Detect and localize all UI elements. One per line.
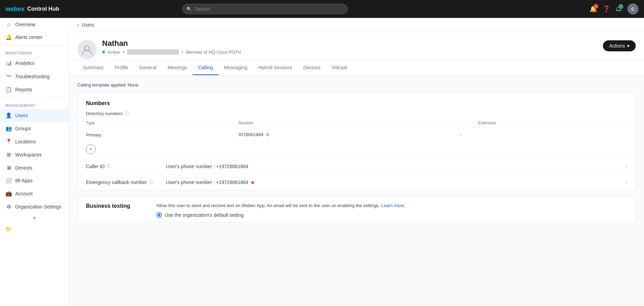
sidebar-item-workspaces[interactable]: ⊞ Workspaces xyxy=(0,148,69,161)
learn-more-link[interactable]: Learn more. xyxy=(381,203,406,208)
user-email-blurred xyxy=(127,49,179,55)
tab-devices[interactable]: Devices xyxy=(298,61,326,75)
sidebar-item-apps[interactable]: ⬜ 88 Apps xyxy=(0,174,69,187)
brand-logo: webex Control Hub xyxy=(6,6,59,13)
sidebar-label-org-settings: Organization Settings xyxy=(15,204,61,210)
caller-id-info-icon[interactable]: ⓘ xyxy=(107,163,111,169)
sidebar-item-analytics[interactable]: 📊 Analytics xyxy=(0,57,69,70)
main-content: ‹ Users Nathan Active • • Member of HQ xyxy=(69,18,644,306)
emergency-alert-dot xyxy=(251,181,254,184)
tab-meetings[interactable]: Meetings xyxy=(162,61,193,75)
actions-button[interactable]: Actions ▾ xyxy=(603,40,636,51)
tab-vidcast[interactable]: Vidcast xyxy=(326,61,353,75)
template-value: None xyxy=(128,82,138,88)
tab-hybrid-services[interactable]: Hybrid Services xyxy=(253,61,298,75)
svg-point-0 xyxy=(85,46,89,51)
tabs-bar: Summary Profile General Meetings Calling… xyxy=(69,61,644,75)
sidebar-item-extra[interactable]: 📁 xyxy=(0,223,69,236)
breadcrumb-label: Users xyxy=(82,22,95,28)
sidebar-label-groups: Groups xyxy=(15,126,31,131)
sidebar-label-workspaces: Workspaces xyxy=(15,152,42,157)
search-input[interactable] xyxy=(182,4,348,14)
sidebar-item-locations[interactable]: 📍 Locations xyxy=(0,135,69,148)
caller-id-row[interactable]: Caller ID ⓘ User's phone number : +19728… xyxy=(78,158,635,174)
apps-badge xyxy=(618,4,623,9)
webex-logo-text: webex xyxy=(6,6,25,13)
sidebar-label-devices: Devices xyxy=(15,165,32,171)
breadcrumb-bar: ‹ Users xyxy=(69,18,644,32)
sidebar-label-reports: Reports xyxy=(15,87,32,92)
add-number-icon: + xyxy=(89,146,92,152)
meta-separator-2: • xyxy=(182,50,183,55)
sidebar-item-org-settings[interactable]: ⚙ Organization Settings xyxy=(0,200,69,213)
alerts-icon: 🔔 xyxy=(6,34,12,40)
tab-calling[interactable]: Calling xyxy=(193,61,218,75)
business-texting-content: Allow this user to send and receive text… xyxy=(156,203,627,218)
business-texting-title: Business texting xyxy=(86,203,148,209)
sidebar-item-users[interactable]: 👤 Users xyxy=(0,109,69,122)
col-header-type: Type xyxy=(78,119,230,128)
radio-label: Use the organization's default setting xyxy=(165,212,244,218)
radio-button-default[interactable] xyxy=(156,212,162,218)
sidebar-item-groups[interactable]: 👥 Groups xyxy=(0,122,69,135)
sidebar-item-account[interactable]: 💼 Account xyxy=(0,187,69,200)
user-name: Nathan xyxy=(102,39,597,48)
user-info: Nathan Active • • Member of HQ Cisco PST… xyxy=(102,39,597,60)
sidebar-item-troubleshooting[interactable]: 〜 Troubleshooting xyxy=(0,70,69,83)
sidebar-label-account: Account xyxy=(15,191,33,196)
sidebar-scroll-down[interactable]: ▾ xyxy=(0,213,69,223)
devices-icon: 🖥 xyxy=(6,165,12,171)
tab-general[interactable]: General xyxy=(134,61,162,75)
emergency-callback-label: Emergency callback number ⓘ xyxy=(86,179,162,185)
extra-icon: 📁 xyxy=(6,226,12,232)
user-header: Nathan Active • • Member of HQ Cisco PST… xyxy=(69,32,644,61)
search-icon: 🔍 xyxy=(186,7,192,12)
user-avatar-button[interactable]: C xyxy=(627,3,638,14)
search-container: 🔍 xyxy=(182,4,348,14)
troubleshooting-icon: 〜 xyxy=(6,73,12,80)
topnav-actions: 🔔 1 ❓ 🗂 C xyxy=(589,3,638,14)
meta-separator-1: • xyxy=(123,50,124,55)
tab-profile[interactable]: Profile xyxy=(109,61,134,75)
tab-summary[interactable]: Summary xyxy=(77,61,109,75)
emergency-callback-row[interactable]: Emergency callback number ⓘ User's phone… xyxy=(78,174,635,190)
row-type: Primary xyxy=(78,128,230,142)
sidebar-item-devices[interactable]: 🖥 Devices xyxy=(0,161,69,174)
apps-button[interactable]: 🗂 xyxy=(616,6,622,13)
sidebar-item-reports[interactable]: 📋 Reports xyxy=(0,83,69,96)
reports-icon: 📋 xyxy=(6,86,12,93)
users-icon: 👤 xyxy=(6,112,12,119)
caller-id-value: User's phone number : +19728061884 xyxy=(166,164,621,169)
copy-number-button[interactable]: ⧉ xyxy=(265,132,271,137)
sidebar-item-alerts[interactable]: 🔔 Alerts center xyxy=(0,31,69,44)
user-status: Active xyxy=(108,50,120,55)
actions-chevron-icon: ▾ xyxy=(627,43,630,49)
numbers-table: Type Number Extension Primary 9728061884… xyxy=(78,119,635,142)
template-note: Calling template applied: None xyxy=(77,82,636,88)
row-chevron-icon: › xyxy=(460,132,461,137)
org-settings-icon: ⚙ xyxy=(6,204,12,210)
breadcrumb-back-button[interactable]: ‹ xyxy=(77,22,79,28)
add-number-button[interactable]: + xyxy=(86,144,96,154)
business-texting-description: Allow this user to send and receive text… xyxy=(156,203,627,208)
row-number: 9728061884 ⧉ › xyxy=(230,128,470,142)
table-row: Primary 9728061884 ⧉ › xyxy=(78,128,635,142)
emergency-callback-info-icon[interactable]: ⓘ xyxy=(149,179,153,185)
tab-messaging[interactable]: Messaging xyxy=(218,61,253,75)
radio-row-default-setting[interactable]: Use the organization's default setting xyxy=(156,212,627,218)
directory-numbers-label: Directory numbers ⓘ xyxy=(78,111,635,119)
sidebar-label-apps: 88 Apps xyxy=(15,178,33,183)
sidebar-section-management: MANAGEMENT xyxy=(0,99,69,109)
analytics-icon: 📊 xyxy=(6,60,12,66)
notification-badge: 1 xyxy=(594,4,598,9)
sidebar-section-monitoring: MONITORING xyxy=(0,47,69,57)
notifications-button[interactable]: 🔔 1 xyxy=(589,5,597,13)
overview-icon: ⌂ xyxy=(6,21,12,27)
sidebar-label-overview: Overview xyxy=(15,22,35,27)
help-button[interactable]: ❓ xyxy=(603,5,610,13)
business-texting-card: Business texting Allow this user to send… xyxy=(77,196,636,222)
sidebar: ⌂ Overview 🔔 Alerts center MONITORING 📊 … xyxy=(0,18,69,306)
sidebar-item-overview[interactable]: ⌂ Overview xyxy=(0,18,69,31)
sidebar-label-alerts: Alerts center xyxy=(15,34,42,40)
directory-numbers-info-icon[interactable]: ⓘ xyxy=(125,111,129,116)
